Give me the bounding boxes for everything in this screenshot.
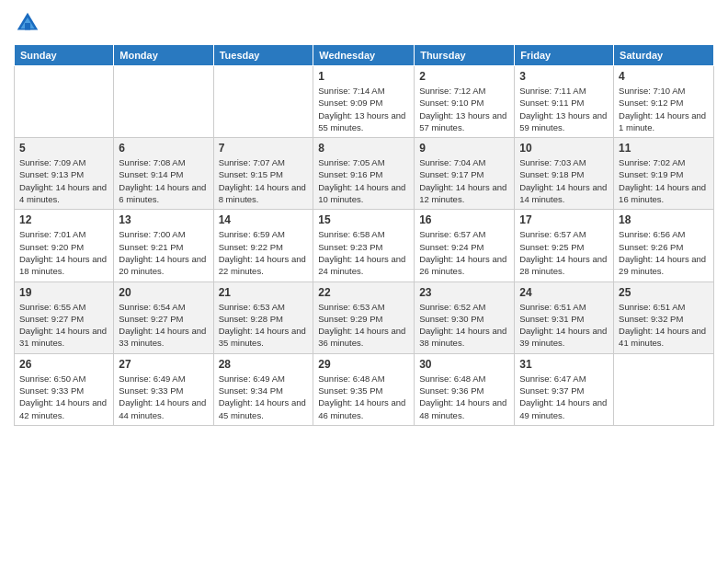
calendar-cell: 23Sunrise: 6:52 AMSunset: 9:30 PMDayligh… bbox=[415, 282, 515, 353]
day-number: 30 bbox=[419, 358, 509, 371]
day-number: 19 bbox=[19, 286, 108, 299]
calendar-cell bbox=[15, 66, 114, 138]
calendar-row: 26Sunrise: 6:50 AMSunset: 9:33 PMDayligh… bbox=[15, 353, 714, 425]
weekday-header: Saturday bbox=[614, 45, 714, 66]
day-info: Sunrise: 6:57 AMSunset: 9:25 PMDaylight:… bbox=[519, 228, 609, 277]
day-info: Sunrise: 7:05 AMSunset: 9:16 PMDaylight:… bbox=[318, 156, 409, 205]
day-number: 1 bbox=[318, 70, 409, 83]
calendar-cell: 24Sunrise: 6:51 AMSunset: 9:31 PMDayligh… bbox=[515, 282, 614, 353]
calendar-cell: 22Sunrise: 6:53 AMSunset: 9:29 PMDayligh… bbox=[313, 282, 415, 353]
calendar-row: 19Sunrise: 6:55 AMSunset: 9:27 PMDayligh… bbox=[15, 282, 714, 353]
calendar-header-row: SundayMondayTuesdayWednesdayThursdayFrid… bbox=[15, 45, 714, 66]
day-info: Sunrise: 6:54 AMSunset: 9:27 PMDaylight:… bbox=[119, 301, 208, 350]
day-info: Sunrise: 6:53 AMSunset: 9:28 PMDaylight:… bbox=[219, 301, 309, 350]
day-number: 3 bbox=[519, 70, 609, 83]
calendar-cell: 20Sunrise: 6:54 AMSunset: 9:27 PMDayligh… bbox=[114, 282, 213, 353]
weekday-header: Thursday bbox=[415, 45, 515, 66]
day-number: 9 bbox=[419, 142, 509, 155]
day-number: 4 bbox=[619, 70, 709, 83]
calendar-cell: 4Sunrise: 7:10 AMSunset: 9:12 PMDaylight… bbox=[614, 66, 714, 138]
day-number: 25 bbox=[619, 286, 709, 299]
calendar-cell: 3Sunrise: 7:11 AMSunset: 9:11 PMDaylight… bbox=[515, 66, 614, 138]
day-info: Sunrise: 6:53 AMSunset: 9:29 PMDaylight:… bbox=[318, 301, 409, 350]
calendar-cell: 25Sunrise: 6:51 AMSunset: 9:32 PMDayligh… bbox=[614, 282, 714, 353]
calendar-cell: 9Sunrise: 7:04 AMSunset: 9:17 PMDaylight… bbox=[415, 138, 515, 210]
calendar-cell: 8Sunrise: 7:05 AMSunset: 9:16 PMDaylight… bbox=[313, 138, 415, 210]
day-info: Sunrise: 6:50 AMSunset: 9:33 PMDaylight:… bbox=[19, 373, 108, 421]
calendar-cell: 27Sunrise: 6:49 AMSunset: 9:33 PMDayligh… bbox=[114, 353, 213, 425]
calendar-cell: 6Sunrise: 7:08 AMSunset: 9:14 PMDaylight… bbox=[114, 138, 213, 210]
day-number: 6 bbox=[119, 142, 208, 155]
logo-icon bbox=[14, 9, 41, 37]
day-info: Sunrise: 7:11 AMSunset: 9:11 PMDaylight:… bbox=[519, 85, 609, 133]
day-number: 13 bbox=[119, 213, 208, 226]
calendar-cell: 19Sunrise: 6:55 AMSunset: 9:27 PMDayligh… bbox=[15, 282, 114, 353]
day-info: Sunrise: 7:10 AMSunset: 9:12 PMDaylight:… bbox=[619, 85, 709, 133]
calendar-cell: 10Sunrise: 7:03 AMSunset: 9:18 PMDayligh… bbox=[515, 138, 614, 210]
day-number: 29 bbox=[318, 358, 409, 371]
calendar-table: SundayMondayTuesdayWednesdayThursdayFrid… bbox=[14, 44, 714, 426]
day-info: Sunrise: 6:56 AMSunset: 9:26 PMDaylight:… bbox=[619, 228, 709, 277]
day-info: Sunrise: 6:51 AMSunset: 9:31 PMDaylight:… bbox=[519, 301, 609, 350]
day-number: 10 bbox=[519, 142, 609, 155]
day-info: Sunrise: 7:00 AMSunset: 9:21 PMDaylight:… bbox=[119, 228, 208, 277]
calendar-cell: 29Sunrise: 6:48 AMSunset: 9:35 PMDayligh… bbox=[313, 353, 415, 425]
day-number: 31 bbox=[519, 358, 609, 371]
calendar-cell: 21Sunrise: 6:53 AMSunset: 9:28 PMDayligh… bbox=[213, 282, 313, 353]
day-info: Sunrise: 7:14 AMSunset: 9:09 PMDaylight:… bbox=[318, 85, 409, 133]
calendar-cell bbox=[114, 66, 213, 138]
day-info: Sunrise: 7:03 AMSunset: 9:18 PMDaylight:… bbox=[519, 156, 609, 205]
day-info: Sunrise: 6:48 AMSunset: 9:36 PMDaylight:… bbox=[419, 373, 509, 421]
day-info: Sunrise: 7:04 AMSunset: 9:17 PMDaylight:… bbox=[419, 156, 509, 205]
header bbox=[14, 9, 714, 37]
day-number: 12 bbox=[19, 213, 108, 226]
weekday-header: Monday bbox=[114, 45, 213, 66]
calendar-cell bbox=[614, 353, 714, 425]
day-info: Sunrise: 7:01 AMSunset: 9:20 PMDaylight:… bbox=[19, 228, 108, 277]
day-info: Sunrise: 6:57 AMSunset: 9:24 PMDaylight:… bbox=[419, 228, 509, 277]
day-number: 27 bbox=[119, 358, 208, 371]
calendar-cell: 14Sunrise: 6:59 AMSunset: 9:22 PMDayligh… bbox=[213, 210, 313, 282]
calendar-cell: 2Sunrise: 7:12 AMSunset: 9:10 PMDaylight… bbox=[415, 66, 515, 138]
day-info: Sunrise: 6:51 AMSunset: 9:32 PMDaylight:… bbox=[619, 301, 709, 350]
day-number: 8 bbox=[318, 142, 409, 155]
day-info: Sunrise: 7:08 AMSunset: 9:14 PMDaylight:… bbox=[119, 156, 208, 205]
calendar-row: 5Sunrise: 7:09 AMSunset: 9:13 PMDaylight… bbox=[15, 138, 714, 210]
day-info: Sunrise: 6:47 AMSunset: 9:37 PMDaylight:… bbox=[519, 373, 609, 421]
day-info: Sunrise: 6:48 AMSunset: 9:35 PMDaylight:… bbox=[318, 373, 409, 421]
day-info: Sunrise: 7:07 AMSunset: 9:15 PMDaylight:… bbox=[219, 156, 309, 205]
calendar-cell bbox=[213, 66, 313, 138]
calendar-cell: 7Sunrise: 7:07 AMSunset: 9:15 PMDaylight… bbox=[213, 138, 313, 210]
calendar-cell: 30Sunrise: 6:48 AMSunset: 9:36 PMDayligh… bbox=[415, 353, 515, 425]
calendar-cell: 1Sunrise: 7:14 AMSunset: 9:09 PMDaylight… bbox=[313, 66, 415, 138]
calendar-cell: 28Sunrise: 6:49 AMSunset: 9:34 PMDayligh… bbox=[213, 353, 313, 425]
day-info: Sunrise: 6:58 AMSunset: 9:23 PMDaylight:… bbox=[318, 228, 409, 277]
calendar-cell: 26Sunrise: 6:50 AMSunset: 9:33 PMDayligh… bbox=[15, 353, 114, 425]
calendar-row: 12Sunrise: 7:01 AMSunset: 9:20 PMDayligh… bbox=[15, 210, 714, 282]
calendar-row: 1Sunrise: 7:14 AMSunset: 9:09 PMDaylight… bbox=[15, 66, 714, 138]
logo bbox=[14, 9, 45, 37]
day-number: 28 bbox=[219, 358, 309, 371]
calendar-cell: 15Sunrise: 6:58 AMSunset: 9:23 PMDayligh… bbox=[313, 210, 415, 282]
day-number: 18 bbox=[619, 213, 709, 226]
day-number: 24 bbox=[519, 286, 609, 299]
day-info: Sunrise: 7:12 AMSunset: 9:10 PMDaylight:… bbox=[419, 85, 509, 133]
day-number: 5 bbox=[19, 142, 108, 155]
weekday-header: Wednesday bbox=[313, 45, 415, 66]
day-number: 15 bbox=[318, 213, 409, 226]
weekday-header: Friday bbox=[515, 45, 614, 66]
calendar-cell: 13Sunrise: 7:00 AMSunset: 9:21 PMDayligh… bbox=[114, 210, 213, 282]
weekday-header: Sunday bbox=[15, 45, 114, 66]
day-number: 21 bbox=[219, 286, 309, 299]
calendar-cell: 31Sunrise: 6:47 AMSunset: 9:37 PMDayligh… bbox=[515, 353, 614, 425]
day-number: 11 bbox=[619, 142, 709, 155]
svg-rect-2 bbox=[25, 23, 30, 30]
day-number: 7 bbox=[219, 142, 309, 155]
day-number: 14 bbox=[219, 213, 309, 226]
day-info: Sunrise: 6:49 AMSunset: 9:34 PMDaylight:… bbox=[219, 373, 309, 421]
calendar-cell: 11Sunrise: 7:02 AMSunset: 9:19 PMDayligh… bbox=[614, 138, 714, 210]
day-info: Sunrise: 6:52 AMSunset: 9:30 PMDaylight:… bbox=[419, 301, 509, 350]
day-number: 22 bbox=[318, 286, 409, 299]
day-info: Sunrise: 6:59 AMSunset: 9:22 PMDaylight:… bbox=[219, 228, 309, 277]
day-info: Sunrise: 6:55 AMSunset: 9:27 PMDaylight:… bbox=[19, 301, 108, 350]
